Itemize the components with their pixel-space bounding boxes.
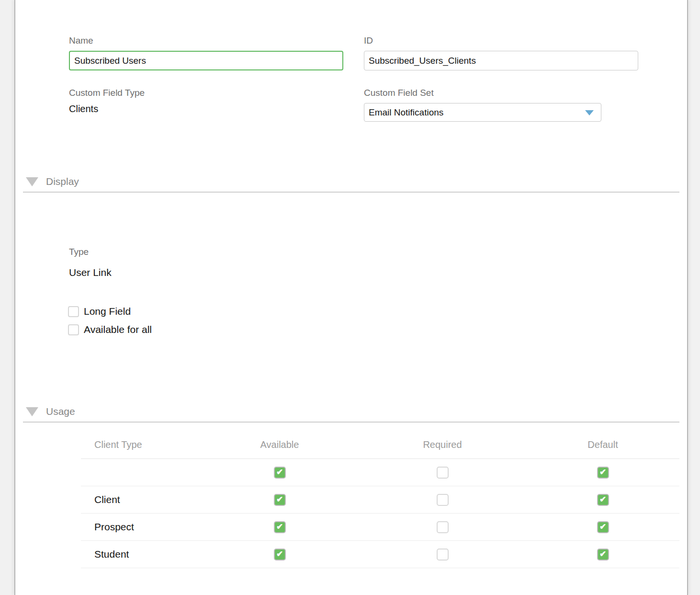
table-row: Prospect✔✔ xyxy=(81,514,679,541)
check-mark-icon: ✔ xyxy=(599,495,606,503)
checkbox-cell xyxy=(359,467,526,479)
custom-field-set-selected-value: Email Notifications xyxy=(369,107,443,118)
client-type-column-header: Client Type xyxy=(81,439,201,450)
client-type-cell: Client xyxy=(81,494,201,505)
checkbox-cell: ✔ xyxy=(201,549,359,561)
check-mark-icon: ✔ xyxy=(276,523,283,531)
available-checkbox[interactable]: ✔ xyxy=(274,467,286,479)
check-mark-icon: ✔ xyxy=(599,523,606,531)
default-checkbox[interactable]: ✔ xyxy=(597,467,609,479)
collapse-triangle-icon xyxy=(26,407,38,416)
default-checkbox[interactable]: ✔ xyxy=(597,521,609,533)
collapse-triangle-icon xyxy=(26,177,38,186)
custom-field-set-select[interactable]: Email Notifications xyxy=(364,103,601,122)
table-row: Client✔✔ xyxy=(81,486,679,514)
client-type-cell: Student xyxy=(81,549,201,560)
check-mark-icon: ✔ xyxy=(599,468,606,476)
type-label: Type xyxy=(69,247,687,257)
check-mark-icon: ✔ xyxy=(276,550,283,558)
type-value: User Link xyxy=(69,267,687,278)
checkbox-cell: ✔ xyxy=(201,521,359,533)
name-label: Name xyxy=(69,35,364,46)
checkbox-cell xyxy=(359,521,526,533)
checkbox-cell: ✔ xyxy=(526,521,679,533)
default-column-header: Default xyxy=(526,439,679,450)
name-field-group: Name xyxy=(69,35,364,70)
checkbox-row: Long Field xyxy=(68,305,687,318)
check-mark-icon: ✔ xyxy=(599,550,606,558)
custom-field-set-label: Custom Field Set xyxy=(364,88,687,98)
check-mark-icon: ✔ xyxy=(276,495,283,503)
table-row: ✔✔ xyxy=(81,459,679,486)
available-checkbox[interactable]: ✔ xyxy=(274,494,286,506)
available-checkbox[interactable]: ✔ xyxy=(274,549,286,561)
display-section-header[interactable]: Display xyxy=(23,176,679,193)
usage-table-body: ✔✔Client✔✔Prospect✔✔Student✔✔ xyxy=(81,459,679,568)
display-options-checkboxes: Long FieldAvailable for all xyxy=(68,305,687,336)
chevron-down-icon xyxy=(585,110,594,115)
checkbox-cell: ✔ xyxy=(526,494,679,506)
id-input[interactable] xyxy=(364,51,638,70)
custom-field-type-group: Custom Field Type Clients xyxy=(69,88,364,122)
usage-table: Client Type Available Required Default ✔… xyxy=(81,431,679,568)
usage-section-title: Usage xyxy=(46,406,75,417)
checkbox-cell: ✔ xyxy=(526,549,679,561)
usage-table-header-row: Client Type Available Required Default xyxy=(81,431,679,459)
custom-field-form: Name ID Custom Field Type Clients Custom… xyxy=(15,0,687,122)
required-checkbox[interactable] xyxy=(437,549,449,561)
option-checkbox[interactable] xyxy=(68,324,79,335)
checkbox-cell: ✔ xyxy=(526,467,679,479)
custom-field-type-value: Clients xyxy=(69,103,364,114)
custom-field-set-group: Custom Field Set Email Notifications xyxy=(364,88,687,122)
default-checkbox[interactable]: ✔ xyxy=(597,549,609,561)
required-column-header: Required xyxy=(359,439,526,450)
default-checkbox[interactable]: ✔ xyxy=(597,494,609,506)
checkbox-cell xyxy=(359,549,526,561)
checkbox-cell xyxy=(359,494,526,506)
display-section-title: Display xyxy=(46,176,79,187)
name-input[interactable] xyxy=(69,51,343,70)
required-checkbox[interactable] xyxy=(437,467,449,479)
available-column-header: Available xyxy=(201,439,359,450)
checkbox-row: Available for all xyxy=(68,323,687,336)
available-checkbox[interactable]: ✔ xyxy=(274,521,286,533)
required-checkbox[interactable] xyxy=(437,521,449,533)
required-checkbox[interactable] xyxy=(437,494,449,506)
id-label: ID xyxy=(364,35,687,46)
checkbox-cell: ✔ xyxy=(201,467,359,479)
option-checkbox[interactable] xyxy=(68,306,79,317)
id-field-group: ID xyxy=(364,35,687,70)
custom-field-editor-panel: Name ID Custom Field Type Clients Custom… xyxy=(14,0,688,595)
checkbox-label: Available for all xyxy=(84,324,152,335)
client-type-cell: Prospect xyxy=(81,521,201,533)
check-mark-icon: ✔ xyxy=(276,468,283,476)
checkbox-cell: ✔ xyxy=(201,494,359,506)
table-row: Student✔✔ xyxy=(81,541,679,568)
custom-field-type-label: Custom Field Type xyxy=(69,88,364,98)
usage-section-header[interactable]: Usage xyxy=(23,406,679,423)
checkbox-label: Long Field xyxy=(84,306,131,317)
